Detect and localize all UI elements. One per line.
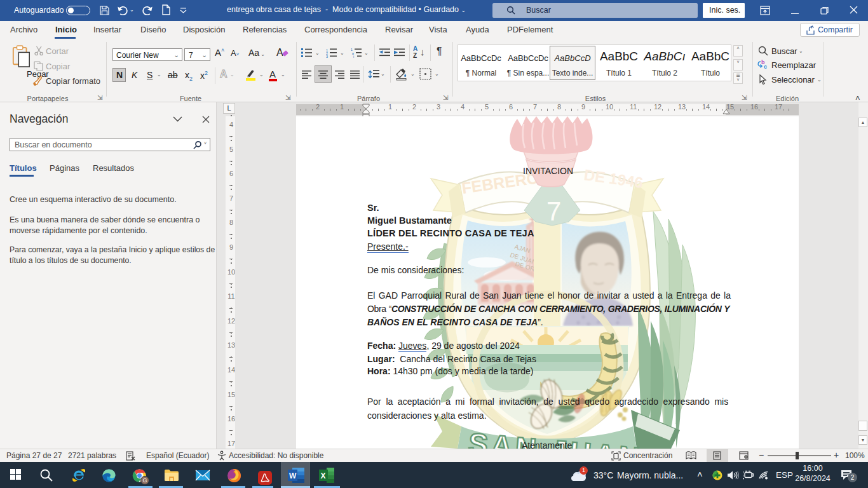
svg-text:i: i [353,55,354,58]
svg-text:7: 7 [546,196,561,226]
svg-text:W: W [289,471,297,480]
svg-text:X: X [321,471,326,480]
svg-text:3: 3 [326,55,328,58]
svg-text:A: A [276,47,283,58]
svg-text:c: c [764,64,767,70]
